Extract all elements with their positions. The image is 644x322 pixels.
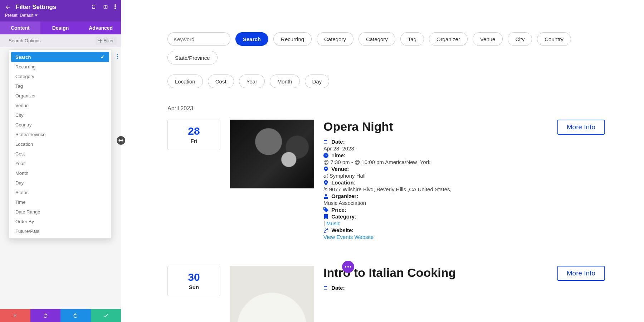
filter-option[interactable]: Status (11, 188, 109, 197)
caret-down-icon (35, 14, 38, 17)
sidebar-title-left: Filter Settings (5, 4, 56, 11)
filter-pill[interactable]: Location (167, 75, 203, 88)
add-filter-button[interactable]: Filter (96, 37, 117, 45)
tab-content[interactable]: Content (0, 21, 40, 34)
filter-option[interactable]: City (11, 110, 109, 120)
meta-line: Price: (323, 207, 605, 213)
filter-option[interactable]: Organizer (11, 91, 109, 101)
filter-pill[interactable]: Country (537, 32, 571, 46)
filter-pill[interactable]: Day (305, 75, 330, 88)
filter-option[interactable]: Category (11, 72, 109, 81)
meta-label: Date: (330, 139, 345, 145)
filter-pill[interactable]: Year (239, 75, 265, 88)
time-icon (323, 153, 328, 158)
sidebar-titlebar: Filter Settings (5, 4, 116, 11)
tab-design[interactable]: Design (40, 21, 81, 34)
filter-pills-row: SearchRecurringCategoryCategoryTagOrgani… (167, 32, 605, 88)
meta-label: Date: (330, 285, 345, 291)
resize-handle[interactable] (117, 136, 125, 145)
sidebar-tabs: Content Design Advanced (0, 21, 121, 34)
date-number: 30 (168, 271, 220, 283)
svg-point-0 (114, 4, 116, 6)
more-info-button[interactable]: More Info (557, 120, 605, 135)
meta-label: Location: (330, 179, 356, 186)
meta-line: Website: (323, 227, 605, 233)
filter-pill[interactable]: Organizer (429, 32, 468, 46)
event-image (230, 120, 314, 188)
filter-option[interactable]: Future/Past (11, 226, 109, 236)
link-icon (323, 228, 328, 233)
filter-option[interactable]: Time (11, 197, 109, 207)
save-button[interactable] (91, 309, 121, 322)
filter-pill[interactable]: Search (235, 32, 268, 46)
filter-type-dropdown[interactable]: Search✓RecurringCategoryTagOrganizerVenu… (9, 49, 112, 239)
filter-pill[interactable]: City (508, 32, 532, 46)
filter-option[interactable]: Search✓ (11, 52, 109, 62)
event-body: Intro to Italian CookingMore Info Date: (323, 266, 605, 292)
meta-line: Category: (323, 213, 605, 220)
date-icon (323, 139, 328, 144)
row-options-icon[interactable] (117, 54, 118, 59)
meta-value: Music Association (323, 200, 605, 206)
filter-option[interactable]: Order By (11, 217, 109, 226)
filter-option[interactable]: Tag (11, 81, 109, 91)
columns-icon[interactable] (103, 4, 108, 10)
svg-point-2 (114, 8, 116, 9)
filter-pill[interactable]: Category (317, 32, 353, 46)
date-icon (323, 285, 328, 290)
undo-button[interactable] (30, 309, 61, 322)
filter-option[interactable]: Month (11, 168, 109, 178)
filter-pill[interactable]: Month (270, 75, 300, 88)
bm-icon (323, 214, 328, 219)
kebab-icon[interactable] (114, 4, 116, 10)
filter-option[interactable]: Venue (11, 101, 109, 110)
preview-canvas: SearchRecurringCategoryCategoryTagOrgani… (121, 0, 644, 322)
website-link[interactable]: View Events Website (323, 234, 374, 240)
filter-option[interactable]: Location (11, 139, 109, 149)
filter-option[interactable]: State/Province (11, 130, 109, 139)
filter-option[interactable]: Recurring (11, 62, 109, 72)
cancel-button[interactable] (0, 309, 30, 322)
module-options-fab[interactable] (342, 261, 354, 273)
pin-icon (323, 180, 328, 185)
event-title: Opera Night (323, 120, 393, 134)
filter-option[interactable]: Country (11, 120, 109, 130)
event-body: Opera NightMore Info Date:Apr 28, 2023 -… (323, 120, 605, 241)
meta-value: @ 7:30 pm - @ 10:00 pm America/New_York (323, 159, 605, 165)
filter-option[interactable]: Year (11, 159, 109, 168)
meta-value: View Events Website (323, 234, 605, 240)
user-icon (323, 194, 328, 199)
filter-option[interactable]: Date Range (11, 207, 109, 217)
filter-option[interactable]: Cost (11, 149, 109, 159)
date-card: 30Sun (167, 266, 220, 296)
event-row: 28FriOpera NightMore Info Date:Apr 28, 2… (167, 120, 605, 241)
more-info-button[interactable]: More Info (557, 266, 605, 281)
category-link[interactable]: Music (326, 220, 340, 226)
month-heading: April 2023 (167, 105, 605, 112)
keyword-input[interactable] (167, 32, 230, 46)
sidebar-action-bar (0, 309, 121, 322)
filter-pill[interactable]: Recurring (273, 32, 312, 46)
plus-icon (98, 39, 102, 43)
sidebar-title-icons (92, 4, 116, 10)
expand-icon[interactable] (92, 4, 97, 10)
search-options-row[interactable]: Search Options Filter (0, 34, 121, 47)
events-list: 28FriOpera NightMore Info Date:Apr 28, 2… (167, 120, 605, 322)
filter-pill[interactable]: Category (358, 32, 395, 46)
tab-advanced[interactable]: Advanced (80, 21, 121, 34)
meta-value: at Symphony Hall (323, 173, 605, 179)
date-card: 28Fri (167, 120, 220, 150)
redo-button[interactable] (60, 309, 91, 322)
filter-pill[interactable]: Tag (400, 32, 424, 46)
preset-dropdown[interactable]: Preset: Default (5, 13, 116, 18)
back-icon[interactable] (5, 4, 11, 10)
filter-option[interactable]: Day (11, 178, 109, 188)
meta-label: Organizer: (330, 193, 358, 199)
filter-pill[interactable]: Cost (208, 75, 234, 88)
filter-pill[interactable]: State/Province (167, 51, 218, 64)
date-number: 28 (168, 125, 220, 137)
meta-line: Venue: (323, 166, 605, 172)
check-icon: ✓ (101, 54, 105, 60)
filter-pill[interactable]: Venue (473, 32, 503, 46)
meta-label: Price: (330, 207, 346, 213)
